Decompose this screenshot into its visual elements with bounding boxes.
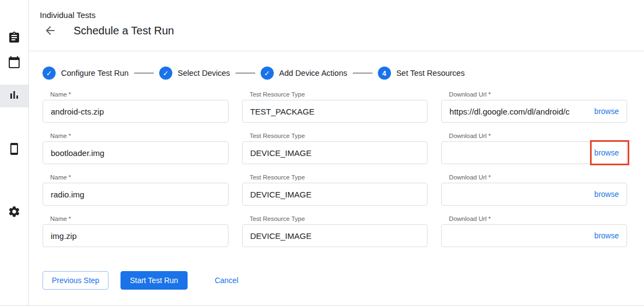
app-window: Individual Tests Schedule a Test Run ✓ C…	[0, 0, 644, 306]
name-input[interactable]: img.zip	[43, 224, 228, 247]
step-configure-test-run[interactable]: ✓ Configure Test Run	[43, 67, 129, 80]
resource-type-field: Test Resource Type TEST_PACKAGE	[242, 91, 428, 123]
download-url-field: Download Url * browse	[441, 215, 627, 247]
input-value: img.zip	[51, 231, 220, 241]
test-resources-form: Name * android-cts.zip Test Resource Typ…	[43, 91, 627, 247]
field-label: Test Resource Type	[250, 132, 428, 140]
field-label: Download Url *	[449, 215, 627, 223]
resource-name-field: Name * android-cts.zip	[43, 91, 228, 123]
resource-name-field: Name * bootloader.img	[43, 132, 228, 164]
phone-icon	[8, 142, 21, 158]
browse-button[interactable]: browse	[594, 190, 619, 199]
browse-button[interactable]: browse	[594, 148, 619, 157]
gear-icon	[8, 205, 21, 220]
step-complete-icon: ✓	[159, 67, 172, 80]
arrow-back-icon	[44, 24, 57, 39]
field-label: Name *	[50, 91, 228, 98]
step-label: Configure Test Run	[61, 69, 129, 77]
stepper: ✓ Configure Test Run ✓ Select Devices ✓ …	[43, 67, 465, 80]
step-connector	[134, 73, 154, 74]
resource-type-select[interactable]: DEVICE_IMAGE	[242, 224, 428, 247]
name-input[interactable]: android-cts.zip	[43, 100, 228, 123]
field-label: Name *	[50, 132, 228, 140]
download-url-input[interactable]: https://dl.google.com/dl/android/c brows…	[441, 100, 627, 123]
step-label: Add Device Actions	[279, 69, 347, 77]
input-value: bootloader.img	[51, 148, 220, 158]
download-url-field: Download Url * https://dl.google.com/dl/…	[441, 91, 627, 123]
step-connector	[236, 73, 255, 74]
name-input[interactable]: radio.img	[43, 183, 228, 206]
header-divider	[29, 51, 644, 51]
browse-button[interactable]: browse	[594, 231, 619, 240]
field-label: Name *	[50, 173, 228, 181]
form-actions: Previous Step Start Test Run Cancel	[43, 271, 247, 290]
back-button[interactable]	[43, 25, 57, 39]
input-value: DEVICE_IMAGE	[250, 231, 420, 241]
field-label: Name *	[50, 215, 228, 223]
download-url-input[interactable]: browse	[441, 141, 627, 164]
input-value: radio.img	[51, 190, 220, 199]
field-label: Test Resource Type	[250, 91, 428, 98]
calendar-icon	[8, 56, 21, 71]
resource-type-field: Test Resource Type DEVICE_IMAGE	[242, 132, 428, 164]
download-url-field: Download Url * browse	[441, 173, 627, 206]
browse-button[interactable]: browse	[594, 107, 619, 116]
step-set-test-resources[interactable]: 4 Set Test Resources	[378, 67, 465, 80]
input-value: android-cts.zip	[51, 107, 220, 116]
input-value: TEST_PACKAGE	[250, 107, 420, 116]
step-complete-icon: ✓	[43, 67, 56, 80]
resource-type-select[interactable]: DEVICE_IMAGE	[242, 141, 428, 164]
sidebar-item-settings[interactable]	[0, 201, 28, 224]
step-add-device-actions[interactable]: ✓ Add Device Actions	[261, 67, 347, 80]
sidebar	[0, 0, 29, 305]
field-label: Download Url *	[449, 91, 627, 98]
step-connector	[353, 73, 372, 74]
resource-type-select[interactable]: TEST_PACKAGE	[242, 100, 428, 123]
input-value: DEVICE_IMAGE	[250, 148, 420, 158]
breadcrumb: Individual Tests	[40, 10, 95, 20]
page-title: Schedule a Test Run	[74, 25, 174, 37]
download-url-field: Download Url * browse	[441, 132, 627, 164]
step-complete-icon: ✓	[261, 67, 274, 80]
sidebar-item-devices[interactable]	[0, 139, 28, 161]
resource-type-field: Test Resource Type DEVICE_IMAGE	[242, 173, 428, 206]
download-url-input[interactable]: browse	[441, 224, 627, 247]
cancel-button[interactable]: Cancel	[206, 272, 248, 289]
step-label: Select Devices	[178, 69, 230, 77]
sidebar-item-tests[interactable]	[0, 27, 28, 50]
resource-type-field: Test Resource Type DEVICE_IMAGE	[242, 215, 428, 247]
previous-step-button[interactable]: Previous Step	[43, 271, 109, 290]
main-content: Individual Tests Schedule a Test Run ✓ C…	[29, 0, 644, 305]
step-label: Set Test Resources	[396, 69, 465, 77]
assignment-icon	[8, 31, 21, 46]
start-test-run-button[interactable]: Start Test Run	[121, 271, 187, 290]
step-select-devices[interactable]: ✓ Select Devices	[159, 67, 230, 80]
input-value: https://dl.google.com/dl/android/c	[449, 107, 589, 116]
field-label: Download Url *	[449, 132, 627, 140]
field-label: Test Resource Type	[250, 215, 428, 223]
field-label: Download Url *	[449, 173, 627, 181]
resource-name-field: Name * img.zip	[43, 215, 228, 247]
download-url-input[interactable]: browse	[441, 183, 627, 206]
sidebar-item-plans[interactable]	[0, 52, 28, 75]
resource-type-select[interactable]: DEVICE_IMAGE	[242, 183, 428, 206]
sidebar-item-results[interactable]	[0, 85, 28, 107]
input-value: DEVICE_IMAGE	[250, 190, 420, 199]
field-label: Test Resource Type	[250, 173, 428, 181]
step-number-icon: 4	[378, 67, 391, 80]
resource-name-field: Name * radio.img	[43, 173, 228, 206]
name-input[interactable]: bootloader.img	[43, 141, 228, 164]
bar-chart-icon	[8, 88, 21, 104]
